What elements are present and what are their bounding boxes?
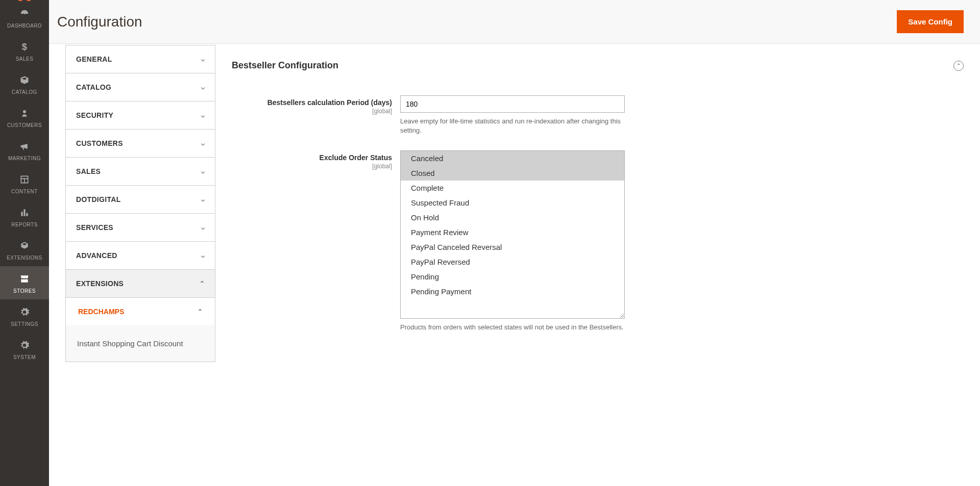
puzzle-icon	[19, 240, 30, 252]
config-tabs-panel: GENERAL⌵ CATALOG⌵ SECURITY⌵ CUSTOMERS⌵ S…	[49, 44, 215, 364]
sidebar-item-label: SYSTEM	[13, 354, 36, 360]
collapse-section-button[interactable]: ⌃	[953, 61, 964, 71]
main-content: Configuration Save Config GENERAL⌵ CATAL…	[49, 0, 980, 486]
dollar-icon: $	[19, 41, 30, 53]
multiselect-option[interactable]: Suspected Fraud	[401, 195, 624, 210]
gauge-icon	[19, 8, 30, 20]
layout-icon	[19, 173, 30, 186]
sidebar-item-content[interactable]: CONTENT	[0, 167, 49, 200]
multiselect-option[interactable]: Pending	[401, 269, 624, 284]
sidebar-item-label: DASHBOARD	[7, 23, 42, 29]
tab-label: REDCHAMPS	[78, 308, 124, 316]
chevron-down-icon: ⌵	[201, 168, 205, 175]
sidebar-item-label: REPORTS	[11, 222, 38, 227]
content-wrapper: GENERAL⌵ CATALOG⌵ SECURITY⌵ CUSTOMERS⌵ S…	[49, 44, 980, 364]
field-label: Bestsellers calculation Period (days)	[267, 98, 392, 107]
megaphone-icon	[19, 140, 30, 152]
chevron-up-icon: ⌃	[200, 280, 205, 287]
sidebar-item-label: STORES	[13, 288, 36, 294]
sidebar-item-dashboard[interactable]: DASHBOARD	[0, 1, 49, 34]
chevron-down-icon: ⌵	[201, 112, 205, 119]
sidebar-item-sales[interactable]: $ SALES	[0, 34, 49, 67]
tab-sales[interactable]: SALES⌵	[65, 158, 215, 186]
tab-extensions[interactable]: EXTENSIONS⌃	[65, 270, 215, 298]
tab-sub-redchamps[interactable]: REDCHAMPS⌃	[65, 298, 215, 325]
page-header: Configuration Save Config	[49, 0, 980, 44]
gear-icon	[19, 339, 30, 351]
field-scope: [global]	[232, 108, 392, 115]
box-icon	[19, 74, 30, 86]
multiselect-option[interactable]: Closed	[401, 166, 624, 181]
tab-label: GENERAL	[76, 55, 112, 63]
sidebar-item-label: SETTINGS	[11, 321, 38, 327]
tab-catalog[interactable]: CATALOG⌵	[65, 73, 215, 101]
tab-advanced[interactable]: ADVANCED⌵	[65, 242, 215, 270]
multiselect-option[interactable]: PayPal Canceled Reversal	[401, 240, 624, 254]
tab-services[interactable]: SERVICES⌵	[65, 214, 215, 242]
tab-general[interactable]: GENERAL⌵	[65, 45, 215, 73]
multiselect-option[interactable]: PayPal Reversed	[401, 254, 624, 269]
chevron-down-icon: ⌵	[201, 224, 205, 231]
period-input[interactable]	[400, 95, 625, 113]
tab-label: SECURITY	[76, 111, 113, 119]
chevron-up-icon: ⌃	[198, 308, 203, 315]
chevron-down-icon: ⌵	[201, 56, 205, 63]
multiselect-option[interactable]: Complete	[401, 181, 624, 195]
sidebar-item-extensions[interactable]: EXTENSIONS	[0, 233, 49, 266]
form-input-col: CanceledClosedCompleteSuspected FraudOn …	[400, 150, 625, 332]
tab-dotdigital[interactable]: DOTDIGITAL⌵	[65, 186, 215, 214]
multiselect-option[interactable]: Payment Review	[401, 225, 624, 240]
sidebar-item-label: CONTENT	[11, 189, 38, 194]
tab-label: DOTDIGITAL	[76, 195, 121, 203]
admin-sidebar: DASHBOARD $ SALES CATALOG CUSTOMERS MARK…	[0, 0, 49, 486]
field-note: Leave empty for life-time statistics and…	[400, 117, 625, 135]
tab-customers[interactable]: CUSTOMERS⌵	[65, 130, 215, 158]
sidebar-item-label: MARKETING	[8, 156, 41, 161]
form-row-exclude-status: Exclude Order Status [global] CanceledCl…	[232, 150, 964, 332]
chevron-down-icon: ⌵	[201, 84, 205, 91]
save-config-button[interactable]: Save Config	[897, 10, 964, 33]
chevron-down-icon: ⌵	[201, 252, 205, 259]
tab-label: CATALOG	[76, 83, 111, 91]
tab-security[interactable]: SECURITY⌵	[65, 101, 215, 130]
chevron-down-icon: ⌵	[201, 140, 205, 147]
config-form: Bestseller Configuration ⌃ Bestsellers c…	[215, 44, 980, 364]
tab-label: EXTENSIONS	[76, 279, 124, 288]
field-note: Products from orders with selected state…	[400, 323, 625, 332]
sidebar-item-marketing[interactable]: MARKETING	[0, 134, 49, 167]
person-icon	[20, 107, 29, 119]
sidebar-item-catalog[interactable]: CATALOG	[0, 67, 49, 100]
sidebar-item-reports[interactable]: REPORTS	[0, 200, 49, 233]
svg-text:$: $	[22, 42, 28, 52]
sidebar-item-label: CUSTOMERS	[7, 122, 42, 128]
multiselect-option[interactable]: On Hold	[401, 210, 624, 225]
form-input-col: Leave empty for life-time statistics and…	[400, 95, 625, 135]
tab-label: SERVICES	[76, 223, 113, 232]
exclude-status-multiselect[interactable]: CanceledClosedCompleteSuspected FraudOn …	[400, 150, 625, 319]
tab-leaf-instant-shopping[interactable]: Instant Shopping Cart Discount	[65, 325, 215, 362]
bars-icon	[19, 207, 30, 219]
sidebar-item-settings[interactable]: SETTINGS	[0, 299, 49, 332]
tab-label: SALES	[76, 167, 101, 175]
form-row-period: Bestsellers calculation Period (days) [g…	[232, 95, 964, 135]
multiselect-option[interactable]: Canceled	[401, 151, 624, 166]
sidebar-item-label: SALES	[16, 56, 34, 62]
storefront-icon	[19, 273, 30, 285]
sidebar-item-label: CATALOG	[12, 89, 37, 95]
section-title: Bestseller Configuration	[232, 60, 338, 71]
tab-label: ADVANCED	[76, 251, 117, 260]
sidebar-item-stores[interactable]: STORES	[0, 266, 49, 299]
field-scope: [global]	[232, 163, 392, 170]
form-label-col: Bestsellers calculation Period (days) [g…	[232, 95, 400, 135]
section-header: Bestseller Configuration ⌃	[232, 60, 964, 80]
sidebar-item-label: EXTENSIONS	[7, 255, 42, 261]
gear-icon	[19, 306, 30, 318]
multiselect-option[interactable]: Pending Payment	[401, 284, 624, 299]
sidebar-item-customers[interactable]: CUSTOMERS	[0, 100, 49, 134]
form-label-col: Exclude Order Status [global]	[232, 150, 400, 332]
field-label: Exclude Order Status	[320, 154, 392, 162]
tab-label: CUSTOMERS	[76, 139, 123, 147]
sidebar-item-system[interactable]: SYSTEM	[0, 332, 49, 366]
page-title: Configuration	[57, 14, 142, 30]
chevron-down-icon: ⌵	[201, 196, 205, 203]
